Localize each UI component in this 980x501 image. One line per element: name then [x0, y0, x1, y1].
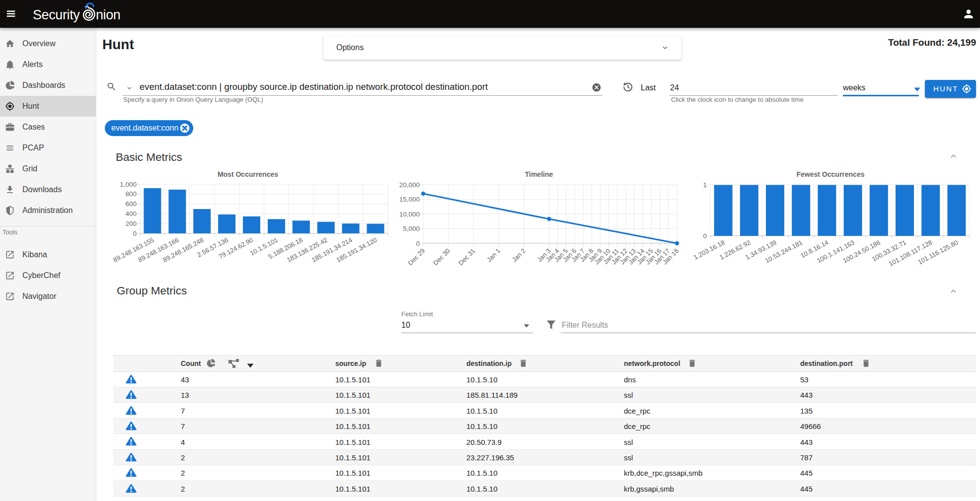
svg-text:1,000: 1,000	[120, 181, 137, 188]
svg-text:15,000: 15,000	[399, 196, 420, 203]
svg-text:0: 0	[133, 230, 137, 237]
svg-text:200: 200	[125, 220, 137, 227]
svg-text:20,000: 20,000	[399, 181, 420, 189]
svg-text:600: 600	[125, 200, 137, 208]
svg-text:Timeline: Timeline	[525, 170, 553, 178]
svg-text:10,000: 10,000	[399, 211, 420, 218]
svg-text:101.108.117.128: 101.108.117.128	[888, 238, 933, 268]
svg-text:0: 0	[416, 240, 420, 247]
svg-text:1: 1	[703, 181, 707, 189]
svg-text:5,000: 5,000	[403, 225, 420, 232]
svg-text:Dec 29: Dec 29	[406, 247, 426, 267]
svg-text:89.248.163.155: 89.248.163.155	[113, 236, 155, 264]
svg-text:400: 400	[125, 210, 137, 217]
svg-text:Jan 2: Jan 2	[511, 247, 527, 264]
svg-text:Fewest Occurrences: Fewest Occurrences	[797, 170, 865, 178]
svg-text:Jan 1: Jan 1	[485, 247, 502, 264]
svg-text:Dec 31: Dec 31	[457, 247, 477, 267]
svg-text:0: 0	[703, 232, 707, 240]
svg-text:Most Occurrences: Most Occurrences	[218, 170, 278, 178]
svg-text:800: 800	[125, 190, 137, 198]
svg-text:Dec 30: Dec 30	[432, 247, 452, 267]
